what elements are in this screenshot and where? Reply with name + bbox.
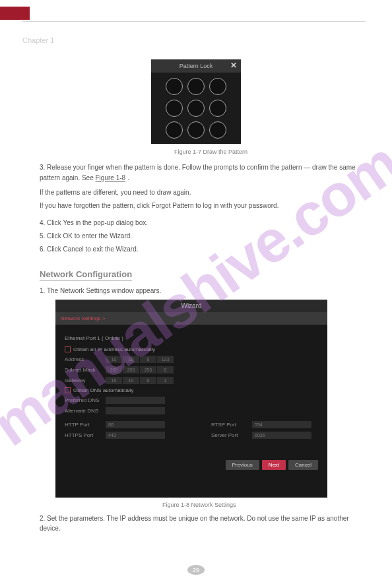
step-3-tail: . <box>127 174 129 181</box>
pattern-lock-header: Pattern Lock ✕ <box>151 59 241 73</box>
ip-octet[interactable]: 123 <box>157 356 174 363</box>
pdns-row: Preferred DNS <box>65 397 318 404</box>
step-6: 6. Click Cancel to exit the Wizard. <box>40 244 363 255</box>
previous-button[interactable]: Previous <box>226 460 259 470</box>
pattern-dot[interactable] <box>187 100 205 117</box>
pattern-lock-card: Pattern Lock ✕ <box>151 59 241 144</box>
net-step-1: 1. The Network Settings window appears. <box>40 287 161 294</box>
ethernet-section: Ethernet Port 1 ( Online ) <box>65 335 318 341</box>
close-icon[interactable]: ✕ <box>230 61 237 70</box>
https-row: HTTPS Port 443 <box>65 432 165 439</box>
step-3: 3. Release your finger when the pattern … <box>40 162 363 183</box>
pattern-grid[interactable] <box>151 73 241 144</box>
rtsp-input[interactable]: 554 <box>252 421 311 428</box>
auto-dns-label: Obtain DNS automatically <box>73 387 134 393</box>
pattern-dot[interactable] <box>166 100 183 117</box>
step-3-text: 3. Release your finger when the pattern … <box>40 164 356 181</box>
figure-caption-1: Figure 1-7 Draw the Pattern <box>174 148 247 155</box>
wizard-body: Ethernet Port 1 ( Online ) Obtain an IP … <box>55 325 327 476</box>
pdns-label: Preferred DNS <box>65 397 106 403</box>
gateway-row: Gateway 10 10 0 1 <box>65 377 318 384</box>
step-3-note1: If the patterns are different, you need … <box>40 187 363 198</box>
http-input[interactable]: 80 <box>106 421 165 428</box>
gateway-label: Gateway <box>65 377 106 383</box>
pattern-dot[interactable] <box>209 121 226 139</box>
pattern-dot[interactable] <box>187 121 205 139</box>
ip-octet[interactable]: 10 <box>106 377 122 384</box>
http-row: HTTP Port 80 <box>65 421 165 428</box>
address-label: Address <box>65 356 106 362</box>
section-heading: Network Configuration <box>40 269 132 281</box>
auto-ip-label: Obtain an IP address automatically <box>73 346 155 352</box>
wizard-subtitle: Network Settings > <box>55 312 327 325</box>
pattern-dot[interactable] <box>209 78 226 95</box>
https-label: HTTPS Port <box>65 432 106 438</box>
adns-input[interactable] <box>106 407 165 414</box>
pdns-input[interactable] <box>106 397 165 404</box>
checkbox-icon[interactable] <box>65 346 71 352</box>
address-row: Address 10 10 0 123 <box>65 356 318 363</box>
chapter-label: Chapter 1 <box>22 36 54 44</box>
server-row: Server Port 6036 <box>211 432 311 439</box>
pattern-dot[interactable] <box>187 78 205 95</box>
mask-label: Subnet Mask <box>65 367 106 373</box>
cancel-button[interactable]: Cancel <box>288 460 318 470</box>
header-rule <box>22 21 366 22</box>
pattern-dot[interactable] <box>209 100 226 117</box>
ip-octet[interactable]: 10 <box>123 377 139 384</box>
ip-octet[interactable]: 255 <box>123 366 139 374</box>
adns-row: Alternate DNS <box>65 407 318 414</box>
ip-octet[interactable]: 0 <box>140 356 156 363</box>
ip-octet[interactable]: 0 <box>140 377 156 384</box>
net-step-2: 2. Set the parameters. The IP address mu… <box>40 513 350 533</box>
address-input[interactable]: 10 10 0 123 <box>106 356 174 363</box>
https-input[interactable]: 443 <box>106 432 165 439</box>
ip-octet[interactable]: 0 <box>157 366 174 374</box>
ip-octet[interactable]: 1 <box>157 377 174 384</box>
pattern-dot[interactable] <box>166 121 183 139</box>
ip-octet[interactable]: 10 <box>123 356 139 363</box>
auto-dns-row[interactable]: Obtain DNS automatically <box>65 387 318 393</box>
rtsp-label: RTSP Port <box>211 422 252 428</box>
step-3-note2: If you have forgotten the pattern, click… <box>40 201 363 211</box>
next-button[interactable]: Next <box>262 460 286 470</box>
checkbox-icon[interactable] <box>65 387 71 393</box>
figure-link[interactable]: Figure 1-8 <box>96 174 126 181</box>
http-label: HTTP Port <box>65 422 106 428</box>
pattern-dot[interactable] <box>166 78 183 95</box>
figure-caption-2: Figure 1-8 Network Settings <box>162 502 236 508</box>
rtsp-row: RTSP Port 554 <box>211 421 311 428</box>
ip-octet[interactable]: 255 <box>140 366 156 374</box>
wizard-buttons: Previous Next Cancel <box>226 460 318 470</box>
server-label: Server Port <box>211 432 252 438</box>
wizard-panel: Wizard Network Settings > Ethernet Port … <box>55 300 327 498</box>
ports-block: HTTP Port 80 HTTPS Port 443 RTSP Port 55… <box>65 418 318 442</box>
step-5: 5. Click OK to enter the Wizard. <box>40 231 363 242</box>
gateway-input[interactable]: 10 10 0 1 <box>106 377 174 384</box>
ip-octet[interactable]: 10 <box>106 356 122 363</box>
wizard-title: Wizard <box>55 300 327 312</box>
header-accent <box>0 7 30 20</box>
mask-row: Subnet Mask 255 255 255 0 <box>65 366 318 374</box>
auto-ip-row[interactable]: Obtain an IP address automatically <box>65 346 318 352</box>
ip-octet[interactable]: 255 <box>106 366 122 374</box>
pattern-lock-title: Pattern Lock <box>180 63 213 69</box>
server-input[interactable]: 6036 <box>252 432 311 439</box>
page-number: 29 <box>187 565 205 575</box>
adns-label: Alternate DNS <box>65 408 106 414</box>
mask-input[interactable]: 255 255 255 0 <box>106 366 174 374</box>
step-4: 4. Click Yes in the pop-up dialog box. <box>40 218 363 228</box>
